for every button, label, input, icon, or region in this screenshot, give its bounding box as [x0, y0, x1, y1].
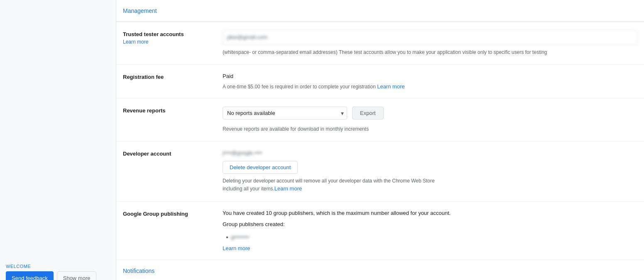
reports-select[interactable]: No reports available — [223, 107, 347, 119]
bottom-buttons: Send feedback Show more — [6, 271, 110, 280]
group-item: ● g•••••••• — [226, 234, 637, 240]
trusted-tester-row: Trusted tester accounts Learn more jdoe@… — [116, 22, 644, 65]
revenue-reports-hint: Revenue reports are available for downlo… — [223, 125, 637, 133]
send-feedback-button[interactable]: Send feedback — [6, 271, 54, 280]
revenue-reports-label: Revenue reports — [123, 107, 223, 114]
developer-account-learn-more[interactable]: Learn more — [274, 185, 302, 192]
main-content: Management Trusted tester accounts Learn… — [116, 0, 644, 280]
trusted-tester-content: jdoe@gmail.com (whitespace- or comma-sep… — [223, 30, 637, 56]
trusted-tester-email-input[interactable]: jdoe@gmail.com — [223, 30, 637, 45]
google-group-learn-more[interactable]: Learn more — [223, 245, 637, 251]
export-button[interactable]: Export — [352, 107, 384, 119]
show-more-button[interactable]: Show more — [57, 271, 97, 280]
reports-select-wrapper: No reports available ▾ — [223, 107, 347, 119]
google-group-publishing-label: Google Group publishing — [123, 210, 223, 217]
group-publishers-created-label: Group publishers created: — [223, 221, 637, 227]
trusted-tester-label: Trusted tester accounts Learn more — [123, 30, 223, 45]
registration-fee-hint: A one-time $5.00 fee is required in orde… — [223, 83, 637, 90]
paid-status: Paid — [223, 73, 637, 79]
registration-fee-learn-more[interactable]: Learn more — [377, 83, 404, 90]
bullet-icon: ● — [226, 235, 228, 239]
group-publishing-desc: You have created 10 group publishers, wh… — [223, 210, 637, 216]
revenue-reports-content: No reports available ▾ Export Revenue re… — [223, 107, 637, 133]
developer-account-row: Developer account j••••@google.•••• Dele… — [116, 141, 644, 202]
developer-account-content: j••••@google.•••• Delete developer accou… — [223, 150, 637, 193]
left-panel: WELCOME Send feedback Show more — [0, 0, 116, 280]
reports-controls: No reports available ▾ Export — [223, 107, 637, 119]
welcome-label: WELCOME — [6, 264, 110, 269]
group-email: g•••••••• — [231, 234, 249, 240]
registration-fee-content: Paid A one-time $5.00 fee is required in… — [223, 73, 637, 90]
notifications-section-title[interactable]: Notifications — [116, 260, 644, 274]
trusted-tester-learn-more[interactable]: Learn more — [123, 39, 223, 45]
delete-developer-account-button[interactable]: Delete developer account — [223, 161, 298, 174]
developer-account-label: Developer account — [123, 150, 223, 157]
management-section-title[interactable]: Management — [116, 0, 644, 22]
google-group-publishing-content: You have created 10 group publishers, wh… — [223, 210, 637, 251]
developer-account-email: j••••@google.•••• — [223, 150, 637, 156]
google-group-publishing-row: Google Group publishing You have created… — [116, 202, 644, 260]
delete-account-hint: Deleting your developer account will rem… — [223, 177, 438, 193]
registration-fee-row: Registration fee Paid A one-time $5.00 f… — [116, 65, 644, 98]
registration-fee-label: Registration fee — [123, 73, 223, 80]
revenue-reports-row: Revenue reports No reports available ▾ E… — [116, 98, 644, 141]
trusted-tester-hint: (whitespace- or comma-separated email ad… — [223, 49, 637, 56]
welcome-bar: WELCOME Send feedback Show more — [0, 260, 116, 280]
